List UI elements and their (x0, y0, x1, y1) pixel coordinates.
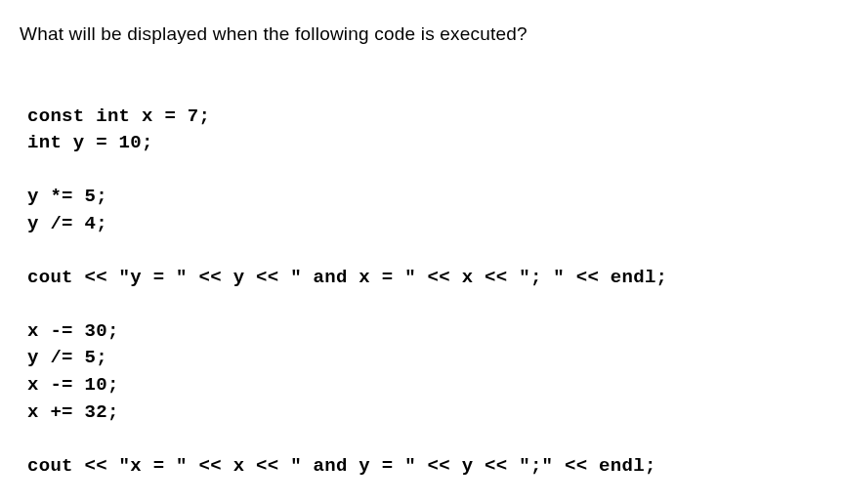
code-line: x -= 30; (27, 320, 119, 342)
code-line: y /= 4; (27, 213, 107, 234)
code-line: x -= 10; (27, 374, 119, 396)
code-line: y *= 5; (27, 186, 107, 207)
code-line: y /= 5; (27, 347, 107, 368)
question-text: What will be displayed when the followin… (20, 23, 824, 45)
code-line: cout << "y = " << y << " and x = " << x … (27, 267, 667, 288)
code-line: int y = 10; (27, 132, 153, 153)
code-line: cout << "x = " << x << " and y = " << y … (27, 455, 656, 477)
code-block: const int x = 7; int y = 10; y *= 5; y /… (20, 76, 824, 480)
code-line: const int x = 7; (27, 105, 210, 127)
code-line: x += 32; (27, 401, 119, 423)
